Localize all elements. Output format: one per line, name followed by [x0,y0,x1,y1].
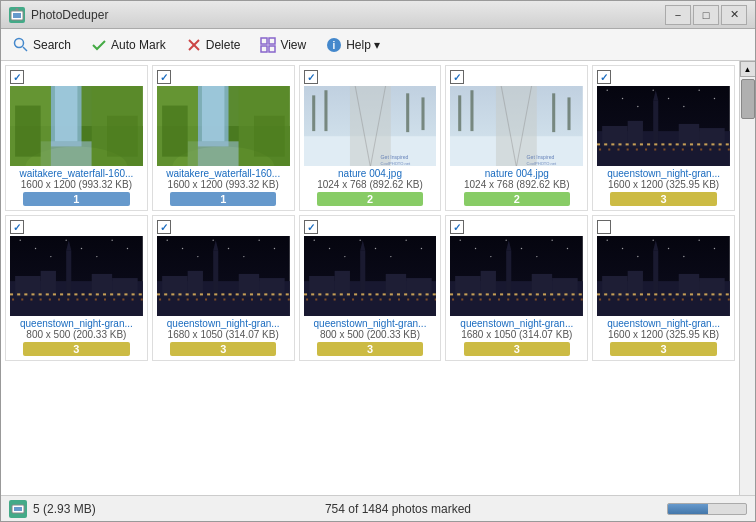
svg-rect-62 [602,126,628,146]
svg-point-314 [567,248,568,249]
close-button[interactable]: ✕ [721,5,747,25]
delete-icon [186,37,202,53]
svg-rect-126 [82,293,85,295]
svg-rect-168 [157,293,160,295]
svg-rect-119 [31,293,34,295]
scrollbar-thumb[interactable] [741,79,755,119]
checkbox-p9[interactable]: ✓ [450,220,464,234]
svg-point-208 [243,256,244,257]
photo-dims-p4: 1024 x 768 (892.62 KB) [450,179,583,190]
svg-point-106 [714,98,715,99]
menu-delete[interactable]: Delete [178,32,249,58]
svg-rect-175 [207,293,210,295]
checkbox-p10[interactable] [597,220,611,234]
checkbox-p8[interactable]: ✓ [304,220,318,234]
photo-name-p1: waitakere_waterfall-160... [10,168,143,179]
svg-rect-200 [269,298,271,300]
svg-point-105 [699,90,700,91]
svg-rect-89 [645,148,647,150]
svg-rect-332 [654,293,657,295]
photo-cell-p8[interactable]: ✓ [299,215,442,361]
progress-fill [668,504,708,514]
photo-cell-p9[interactable]: ✓ [445,215,588,361]
svg-rect-27 [202,86,224,141]
menu-search[interactable]: Search [5,32,79,58]
svg-rect-52 [568,97,571,130]
svg-point-205 [197,256,198,257]
svg-point-3 [15,38,24,47]
svg-rect-128 [96,293,99,295]
photo-cell-p6[interactable]: ✓ [5,215,148,361]
maximize-button[interactable]: □ [693,5,719,25]
svg-rect-70 [640,143,643,145]
svg-rect-194 [214,298,216,300]
svg-point-310 [506,240,507,241]
photo-group-badge-p4: 2 [464,192,570,206]
svg-rect-112 [92,274,112,296]
svg-rect-66 [611,143,614,145]
svg-point-255 [313,240,314,241]
checkbox-p6[interactable]: ✓ [10,220,24,234]
status-bar: 5 (2.93 MB) 754 of 1484 photos marked [1,495,755,521]
minimize-button[interactable]: − [665,5,691,25]
svg-rect-293 [462,298,464,300]
svg-rect-111 [41,271,56,297]
svg-rect-265 [507,250,512,296]
photo-group-badge-p10: 3 [610,342,716,356]
svg-rect-245 [352,298,354,300]
menu-view[interactable]: View [252,32,314,58]
status-marked-count: 754 of 1484 photos marked [325,502,471,516]
checkbox-p1[interactable]: ✓ [10,70,24,84]
photo-grid-container[interactable]: ✓ waitakere_waterfall-160...1600 x 1200 … [1,61,739,495]
svg-rect-31 [162,106,188,157]
photo-cell-p3[interactable]: ✓ Get Inspired CoolPHOTO.net [299,65,442,211]
photo-cell-p4[interactable]: ✓ Get Inspired CoolPHOTO.net [445,65,588,211]
scrollbar[interactable]: ▲ [739,61,755,495]
checkbox-p7[interactable]: ✓ [157,220,171,234]
svg-rect-225 [339,293,342,295]
photo-dims-p6: 800 x 500 (200.33 KB) [10,329,143,340]
checkbox-p2[interactable]: ✓ [157,70,171,84]
svg-rect-348 [636,298,638,300]
thumbnail-p6 [10,236,143,316]
svg-point-103 [668,98,669,99]
svg-rect-122 [53,293,56,295]
photo-cell-p1[interactable]: ✓ waitakere_waterfall-160...1600 x 1200 … [5,65,148,211]
photo-cell-p2[interactable]: ✓ waitakere_waterfall-160...1600 x 1200 … [152,65,295,211]
svg-rect-199 [260,298,262,300]
svg-rect-342 [726,293,729,295]
svg-rect-75 [676,143,679,145]
help-icon: i [326,37,342,53]
svg-rect-7 [261,38,267,44]
svg-rect-216 [385,274,405,296]
checkbox-p3[interactable]: ✓ [304,70,318,84]
photo-group-badge-p6: 3 [23,342,129,356]
svg-rect-139 [40,298,42,300]
svg-rect-247 [370,298,372,300]
menu-automark[interactable]: Auto Mark [83,32,174,58]
svg-text:Get Inspired: Get Inspired [527,154,555,160]
scroll-up-button[interactable]: ▲ [740,61,756,77]
svg-rect-303 [554,298,556,300]
checkbox-p4[interactable]: ✓ [450,70,464,84]
photo-cell-p7[interactable]: ✓ [152,215,295,361]
svg-rect-305 [572,298,574,300]
svg-rect-169 [164,293,167,295]
svg-rect-299 [517,298,519,300]
window-title: PhotoDeduper [31,8,665,22]
status-icon [9,500,27,518]
svg-rect-351 [664,298,666,300]
svg-rect-228 [361,293,364,295]
photo-cell-p5[interactable]: ✓ [592,65,735,211]
menu-help[interactable]: i Help ▾ [318,32,388,58]
svg-rect-9 [261,46,267,52]
photo-name-p10: queenstown_night-gran... [597,318,730,329]
svg-rect-322 [602,276,628,296]
svg-rect-179 [235,293,238,295]
svg-rect-330 [640,293,643,295]
photo-cell-p10[interactable]: queenstown_night-gran...1600 x 1200 (325… [592,215,735,361]
checkbox-p5[interactable]: ✓ [597,70,611,84]
svg-rect-65 [604,143,607,145]
thumbnail-p2 [157,86,290,166]
svg-rect-196 [232,298,234,300]
